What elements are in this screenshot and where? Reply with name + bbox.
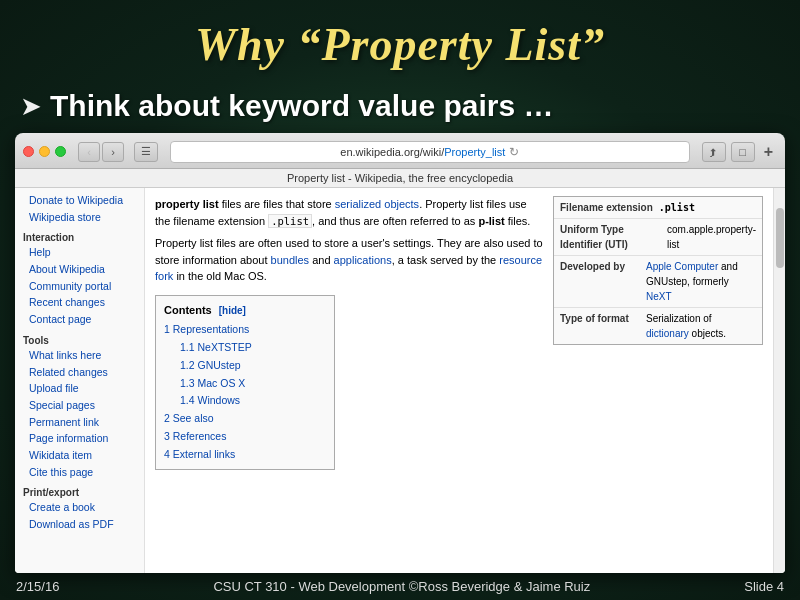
- toc-item-1-3: 1.3 Mac OS X: [164, 375, 326, 393]
- infobox-value-uti: com.apple.property-list: [667, 222, 756, 252]
- back-button[interactable]: ‹: [78, 142, 100, 162]
- toc-hide-button[interactable]: [hide]: [219, 305, 246, 316]
- infobox-row-dev: Developed by Apple Computer and GNUstep,…: [554, 256, 762, 308]
- sidebar-link-downloadpdf[interactable]: Download as PDF: [15, 516, 144, 533]
- wiki-sidebar: Donate to Wikipedia Wikipedia store Inte…: [15, 188, 145, 573]
- footer-slide-num: Slide 4: [744, 579, 784, 594]
- new-tab-sidebar-button[interactable]: □: [731, 142, 755, 162]
- sidebar-link-help[interactable]: Help: [15, 244, 144, 261]
- sidebar-section-print: Print/export: [15, 484, 144, 499]
- infobox-value-type: Serialization of dictionary objects.: [646, 311, 756, 341]
- url-plain: en.wikipedia.org/wiki/: [340, 146, 444, 158]
- plist-ext: .plist: [268, 214, 312, 228]
- minimize-button[interactable]: [39, 146, 50, 157]
- sidebar-link-pageinfo[interactable]: Page information: [15, 430, 144, 447]
- toc-link-2[interactable]: 2 See also: [164, 412, 214, 424]
- wiki-main: Filename extension .plist Uniform Type I…: [145, 188, 773, 573]
- slide-title: Why “Property List”: [0, 0, 800, 79]
- refresh-button[interactable]: ↻: [509, 145, 519, 159]
- slide-bullet: ➤ Think about keyword value pairs …: [0, 79, 800, 133]
- toc-item-1-2: 1.2 GNUstep: [164, 357, 326, 375]
- toc-link-1-4[interactable]: 1.4 Windows: [180, 394, 240, 406]
- toc-box: Contents [hide] 1 Representations 1.1 Ne…: [155, 295, 335, 471]
- toc-item-1: 1 Representations: [164, 321, 326, 339]
- bullet-arrow-icon: ➤: [20, 93, 42, 119]
- infobox-link-dictionary[interactable]: dictionary: [646, 328, 689, 339]
- toc-title-text: Contents: [164, 304, 212, 316]
- toc-link-1-2[interactable]: 1.2 GNUstep: [180, 359, 241, 371]
- reader-button[interactable]: ☰: [134, 142, 158, 162]
- toc-link-1[interactable]: 1 Representations: [164, 323, 249, 335]
- infobox-row-ext: Filename extension .plist: [554, 197, 762, 219]
- scrollbar[interactable]: [773, 188, 785, 573]
- sidebar-link-recent[interactable]: Recent changes: [15, 294, 144, 311]
- traffic-lights: [23, 146, 66, 157]
- page-title-bar: Property list - Wikipedia, the free ency…: [15, 169, 785, 188]
- browser-chrome: ‹ › ☰ en.wikipedia.org/wiki/Property_lis…: [15, 133, 785, 169]
- footer-date: 2/15/16: [16, 579, 59, 594]
- nav-buttons: ‹ ›: [78, 142, 124, 162]
- maximize-button[interactable]: [55, 146, 66, 157]
- infobox-link-next[interactable]: NeXT: [646, 291, 672, 302]
- sidebar-link-store[interactable]: Wikipedia store: [15, 209, 144, 226]
- slide-footer: 2/15/16 CSU CT 310 - Web Development ©Ro…: [0, 573, 800, 600]
- sidebar-link-permanent[interactable]: Permanent link: [15, 414, 144, 431]
- toc-item-1-1: 1.1 NeXTSTEP: [164, 339, 326, 357]
- link-serialized[interactable]: serialized objects: [335, 198, 419, 210]
- url-path: Property_list: [444, 146, 505, 158]
- sidebar-link-createbook[interactable]: Create a book: [15, 499, 144, 516]
- sidebar-link-wikidata[interactable]: Wikidata item: [15, 447, 144, 464]
- toc-link-1-3[interactable]: 1.3 Mac OS X: [180, 377, 245, 389]
- close-button[interactable]: [23, 146, 34, 157]
- sidebar-link-related[interactable]: Related changes: [15, 364, 144, 381]
- sidebar-link-about[interactable]: About Wikipedia: [15, 261, 144, 278]
- link-applications[interactable]: applications: [334, 254, 392, 266]
- toc-item-2: 2 See also: [164, 410, 326, 428]
- forward-button[interactable]: ›: [102, 142, 124, 162]
- browser-window: ‹ › ☰ en.wikipedia.org/wiki/Property_lis…: [15, 133, 785, 573]
- infobox-label-dev: Developed by: [560, 259, 640, 304]
- sidebar-link-special[interactable]: Special pages: [15, 397, 144, 414]
- sidebar-link-donate[interactable]: Donate to Wikipedia: [15, 192, 144, 209]
- infobox-value-dev: Apple Computer and GNUstep, formerly NeX…: [646, 259, 756, 304]
- toc-title: Contents [hide]: [164, 302, 326, 319]
- plist-bold: property list: [155, 198, 219, 210]
- infobox-row-uti: Uniform Type Identifier (UTI) com.apple.…: [554, 219, 762, 256]
- infobox-label-uti: Uniform Type Identifier (UTI): [560, 222, 661, 252]
- toc-link-4[interactable]: 4 External links: [164, 448, 235, 460]
- bullet-text: Think about keyword value pairs …: [50, 89, 553, 123]
- address-bar-container: en.wikipedia.org/wiki/Property_list ↻: [170, 141, 690, 163]
- infobox-label-type: Type of format: [560, 311, 640, 341]
- infobox-link-apple[interactable]: Apple Computer: [646, 261, 718, 272]
- footer-course: CSU CT 310 - Web Development ©Ross Bever…: [213, 579, 590, 594]
- infobox-label-ext: Filename extension: [560, 200, 653, 215]
- infobox: Filename extension .plist Uniform Type I…: [553, 196, 763, 345]
- share-button[interactable]: ⮭: [702, 142, 726, 162]
- sidebar-link-community[interactable]: Community portal: [15, 278, 144, 295]
- slide-container: Why “Property List” ➤ Think about keywor…: [0, 0, 800, 600]
- infobox-value-ext: .plist: [659, 200, 695, 215]
- address-bar[interactable]: en.wikipedia.org/wiki/Property_list ↻: [170, 141, 690, 163]
- toc-link-3[interactable]: 3 References: [164, 430, 226, 442]
- infobox-row-type: Type of format Serialization of dictiona…: [554, 308, 762, 344]
- toc-item-4: 4 External links: [164, 446, 326, 464]
- scroll-thumb[interactable]: [776, 208, 784, 268]
- page-title-text: Property list - Wikipedia, the free ency…: [287, 172, 513, 184]
- sidebar-section-interaction: Interaction: [15, 229, 144, 244]
- toc-link-1-1[interactable]: 1.1 NeXTSTEP: [180, 341, 252, 353]
- sidebar-link-cite[interactable]: Cite this page: [15, 464, 144, 481]
- sidebar-section-tools: Tools: [15, 332, 144, 347]
- sidebar-link-whatlinks[interactable]: What links here: [15, 347, 144, 364]
- toc-item-3: 3 References: [164, 428, 326, 446]
- sidebar-link-upload[interactable]: Upload file: [15, 380, 144, 397]
- plist-bold2: p-list: [478, 215, 504, 227]
- link-bundles[interactable]: bundles: [271, 254, 310, 266]
- toc-item-1-4: 1.4 Windows: [164, 392, 326, 410]
- browser-actions: ⮭ □ +: [702, 142, 777, 162]
- new-tab-button[interactable]: +: [760, 143, 777, 161]
- wiki-content: Donate to Wikipedia Wikipedia store Inte…: [15, 188, 785, 573]
- sidebar-link-contact[interactable]: Contact page: [15, 311, 144, 328]
- url-text: en.wikipedia.org/wiki/Property_list: [340, 146, 505, 158]
